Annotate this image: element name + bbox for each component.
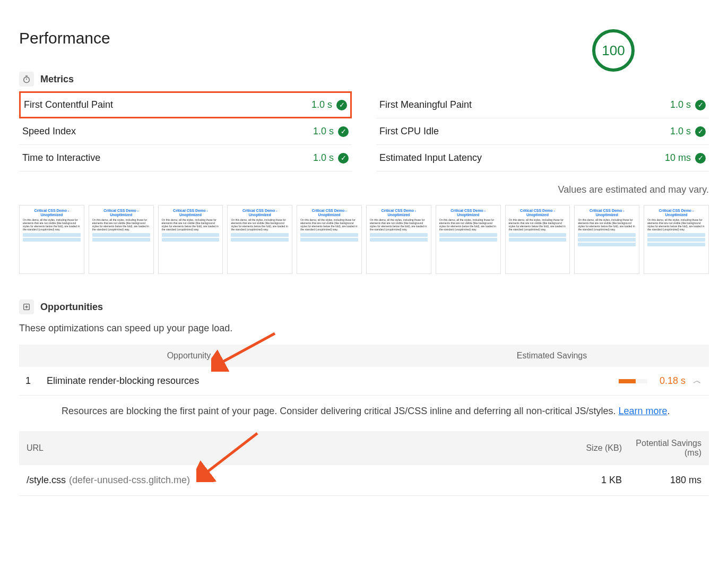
stopwatch-icon — [19, 72, 34, 87]
opportunities-table-header: Opportunity Estimated Savings — [19, 345, 709, 367]
check-icon: ✓ — [695, 126, 706, 137]
metric-label: First CPU Idle — [379, 126, 439, 137]
opportunity-detail: Resources are blocking the first paint o… — [19, 396, 709, 431]
metric-row[interactable]: First Meaningful Paint 1.0 s ✓ — [376, 92, 709, 118]
estimate-note: Values are estimated and may vary. — [19, 184, 709, 195]
metric-label: First Meaningful Paint — [379, 99, 472, 110]
col-size: Size (KB) — [553, 443, 622, 453]
metric-value: 1.0 s ✓ — [313, 126, 349, 137]
metric-label: Speed Index — [22, 126, 76, 137]
metric-label: Time to Interactive — [22, 152, 100, 164]
metric-row[interactable]: Time to Interactive 1.0 s ✓ — [19, 145, 352, 172]
check-icon: ✓ — [695, 153, 706, 164]
sparkle-icon — [19, 299, 34, 314]
resource-size: 1 KB — [553, 475, 622, 486]
col-opportunity: Opportunity — [28, 351, 483, 361]
filmstrip-frame[interactable]: Critical CSS Demo - Unoptimized On this … — [574, 205, 639, 274]
performance-score: 100 — [592, 29, 635, 72]
resource-savings: 180 ms — [622, 475, 701, 486]
check-icon: ✓ — [695, 100, 706, 110]
resource-url: /style.css(defer-unused-css.glitch.me) — [27, 475, 553, 486]
metric-value: 1.0 s ✓ — [670, 99, 706, 110]
col-url: URL — [27, 443, 553, 453]
filmstrip-frame[interactable]: Critical CSS Demo - Unoptimized On this … — [227, 205, 292, 274]
svg-point-0 — [24, 77, 30, 83]
chevron-up-icon[interactable]: ︿ — [692, 375, 703, 387]
metric-value: 1.0 s ✓ — [670, 126, 706, 137]
metrics-label: Metrics — [40, 74, 74, 85]
metric-value: 1.0 s ✓ — [313, 152, 349, 164]
filmstrip-frame[interactable]: Critical CSS Demo - Unoptimized On this … — [89, 205, 154, 274]
check-icon: ✓ — [336, 100, 347, 110]
metrics-section-header: Metrics — [19, 72, 709, 87]
resources-table-header: URL Size (KB) Potential Savings (ms) — [19, 431, 709, 465]
metric-value: 1.0 s ✓ — [311, 99, 347, 110]
metric-row[interactable]: Estimated Input Latency 10 ms ✓ — [376, 145, 709, 172]
check-icon: ✓ — [338, 153, 349, 164]
page-title: Performance — [19, 29, 110, 47]
metric-label: Estimated Input Latency — [379, 152, 482, 164]
metric-row[interactable]: First CPU Idle 1.0 s ✓ — [376, 118, 709, 145]
filmstrip-frame[interactable]: Critical CSS Demo - Unoptimized On this … — [158, 205, 223, 274]
resource-row[interactable]: /style.css(defer-unused-css.glitch.me) 1… — [19, 465, 709, 496]
opportunities-section-header: Opportunities — [19, 299, 709, 314]
filmstrip-frame[interactable]: Critical CSS Demo - Unoptimized On this … — [19, 205, 84, 274]
opportunity-name: Eliminate render-blocking resources — [47, 375, 586, 387]
metric-row[interactable]: First Contentful Paint 1.0 s ✓ — [19, 91, 352, 118]
filmstrip-frame[interactable]: Critical CSS Demo - Unoptimized On this … — [366, 205, 431, 274]
metric-row[interactable]: Speed Index 1.0 s ✓ — [19, 118, 352, 145]
opportunities-label: Opportunities — [40, 302, 103, 313]
col-savings-ms: Potential Savings (ms) — [622, 439, 701, 458]
filmstrip-frame[interactable]: Critical CSS Demo - Unoptimized On this … — [297, 205, 362, 274]
col-savings: Estimated Savings — [483, 351, 700, 361]
filmstrip: Critical CSS Demo - Unoptimized On this … — [19, 205, 709, 274]
filmstrip-frame[interactable]: Critical CSS Demo - Unoptimized On this … — [436, 205, 501, 274]
filmstrip-frame[interactable]: Critical CSS Demo - Unoptimized On this … — [644, 205, 709, 274]
check-icon: ✓ — [338, 126, 349, 137]
opportunities-description: These optimizations can speed up your pa… — [19, 323, 709, 334]
filmstrip-frame[interactable]: Critical CSS Demo - Unoptimized On this … — [505, 205, 570, 274]
savings-bar — [619, 379, 647, 383]
opportunity-number: 1 — [25, 375, 47, 387]
metric-value: 10 ms ✓ — [665, 152, 706, 164]
opportunity-time: 0.18 s — [654, 375, 686, 387]
metric-label: First Contentful Paint — [24, 99, 113, 110]
opportunity-row[interactable]: 1 Eliminate render-blocking resources 0.… — [19, 367, 709, 396]
learn-more-link[interactable]: Learn more — [619, 406, 668, 416]
